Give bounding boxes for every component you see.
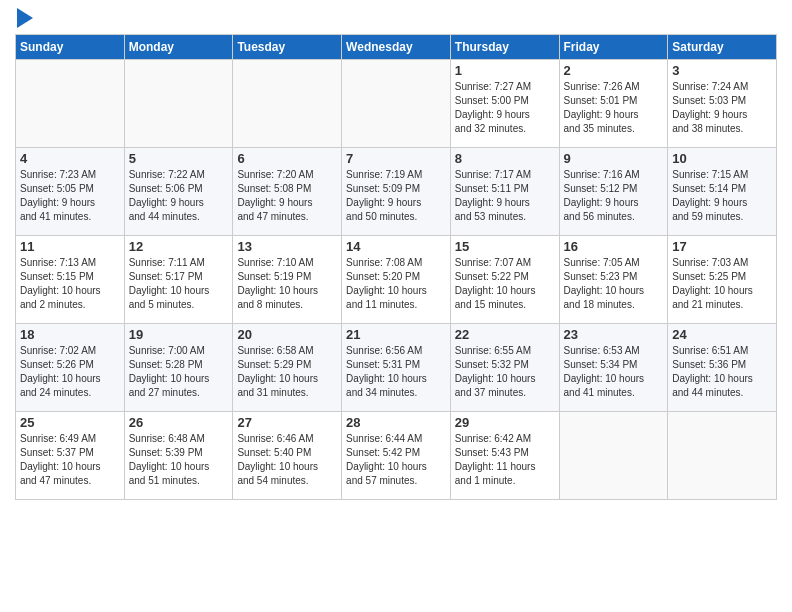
weekday-header-cell: Wednesday: [342, 35, 451, 60]
day-info: Sunrise: 7:02 AM Sunset: 5:26 PM Dayligh…: [20, 344, 120, 400]
day-number: 27: [237, 415, 337, 430]
calendar-day-cell: [124, 60, 233, 148]
page: SundayMondayTuesdayWednesdayThursdayFrid…: [0, 0, 792, 510]
calendar-day-cell: 27Sunrise: 6:46 AM Sunset: 5:40 PM Dayli…: [233, 412, 342, 500]
logo-arrow-icon: [17, 8, 33, 28]
day-number: 24: [672, 327, 772, 342]
day-info: Sunrise: 6:53 AM Sunset: 5:34 PM Dayligh…: [564, 344, 664, 400]
calendar-day-cell: 28Sunrise: 6:44 AM Sunset: 5:42 PM Dayli…: [342, 412, 451, 500]
day-info: Sunrise: 7:10 AM Sunset: 5:19 PM Dayligh…: [237, 256, 337, 312]
calendar-day-cell: 19Sunrise: 7:00 AM Sunset: 5:28 PM Dayli…: [124, 324, 233, 412]
day-info: Sunrise: 6:49 AM Sunset: 5:37 PM Dayligh…: [20, 432, 120, 488]
day-number: 13: [237, 239, 337, 254]
day-number: 20: [237, 327, 337, 342]
day-info: Sunrise: 7:15 AM Sunset: 5:14 PM Dayligh…: [672, 168, 772, 224]
calendar-day-cell: 14Sunrise: 7:08 AM Sunset: 5:20 PM Dayli…: [342, 236, 451, 324]
day-number: 8: [455, 151, 555, 166]
calendar-day-cell: 16Sunrise: 7:05 AM Sunset: 5:23 PM Dayli…: [559, 236, 668, 324]
calendar-day-cell: [233, 60, 342, 148]
calendar-day-cell: 18Sunrise: 7:02 AM Sunset: 5:26 PM Dayli…: [16, 324, 125, 412]
day-number: 1: [455, 63, 555, 78]
day-info: Sunrise: 7:16 AM Sunset: 5:12 PM Dayligh…: [564, 168, 664, 224]
weekday-header-row: SundayMondayTuesdayWednesdayThursdayFrid…: [16, 35, 777, 60]
day-info: Sunrise: 6:56 AM Sunset: 5:31 PM Dayligh…: [346, 344, 446, 400]
calendar-week-row: 11Sunrise: 7:13 AM Sunset: 5:15 PM Dayli…: [16, 236, 777, 324]
calendar-day-cell: 21Sunrise: 6:56 AM Sunset: 5:31 PM Dayli…: [342, 324, 451, 412]
day-number: 19: [129, 327, 229, 342]
day-number: 6: [237, 151, 337, 166]
day-info: Sunrise: 6:44 AM Sunset: 5:42 PM Dayligh…: [346, 432, 446, 488]
header: [15, 10, 777, 28]
day-info: Sunrise: 7:22 AM Sunset: 5:06 PM Dayligh…: [129, 168, 229, 224]
calendar-day-cell: 1Sunrise: 7:27 AM Sunset: 5:00 PM Daylig…: [450, 60, 559, 148]
day-info: Sunrise: 7:24 AM Sunset: 5:03 PM Dayligh…: [672, 80, 772, 136]
day-info: Sunrise: 7:26 AM Sunset: 5:01 PM Dayligh…: [564, 80, 664, 136]
day-info: Sunrise: 7:00 AM Sunset: 5:28 PM Dayligh…: [129, 344, 229, 400]
day-info: Sunrise: 7:20 AM Sunset: 5:08 PM Dayligh…: [237, 168, 337, 224]
calendar-day-cell: 20Sunrise: 6:58 AM Sunset: 5:29 PM Dayli…: [233, 324, 342, 412]
weekday-header-cell: Monday: [124, 35, 233, 60]
day-info: Sunrise: 7:23 AM Sunset: 5:05 PM Dayligh…: [20, 168, 120, 224]
calendar-week-row: 1Sunrise: 7:27 AM Sunset: 5:00 PM Daylig…: [16, 60, 777, 148]
calendar-day-cell: 7Sunrise: 7:19 AM Sunset: 5:09 PM Daylig…: [342, 148, 451, 236]
day-number: 3: [672, 63, 772, 78]
calendar-day-cell: 12Sunrise: 7:11 AM Sunset: 5:17 PM Dayli…: [124, 236, 233, 324]
day-info: Sunrise: 7:03 AM Sunset: 5:25 PM Dayligh…: [672, 256, 772, 312]
calendar: SundayMondayTuesdayWednesdayThursdayFrid…: [15, 34, 777, 500]
day-number: 29: [455, 415, 555, 430]
calendar-day-cell: [16, 60, 125, 148]
day-number: 25: [20, 415, 120, 430]
weekday-header-cell: Thursday: [450, 35, 559, 60]
day-number: 10: [672, 151, 772, 166]
calendar-day-cell: 22Sunrise: 6:55 AM Sunset: 5:32 PM Dayli…: [450, 324, 559, 412]
day-number: 22: [455, 327, 555, 342]
day-number: 5: [129, 151, 229, 166]
day-number: 18: [20, 327, 120, 342]
calendar-day-cell: [559, 412, 668, 500]
day-info: Sunrise: 6:51 AM Sunset: 5:36 PM Dayligh…: [672, 344, 772, 400]
calendar-day-cell: 23Sunrise: 6:53 AM Sunset: 5:34 PM Dayli…: [559, 324, 668, 412]
calendar-day-cell: 3Sunrise: 7:24 AM Sunset: 5:03 PM Daylig…: [668, 60, 777, 148]
day-number: 28: [346, 415, 446, 430]
day-number: 12: [129, 239, 229, 254]
day-info: Sunrise: 6:46 AM Sunset: 5:40 PM Dayligh…: [237, 432, 337, 488]
day-info: Sunrise: 6:55 AM Sunset: 5:32 PM Dayligh…: [455, 344, 555, 400]
day-number: 26: [129, 415, 229, 430]
day-number: 23: [564, 327, 664, 342]
day-info: Sunrise: 7:17 AM Sunset: 5:11 PM Dayligh…: [455, 168, 555, 224]
day-number: 7: [346, 151, 446, 166]
calendar-day-cell: 24Sunrise: 6:51 AM Sunset: 5:36 PM Dayli…: [668, 324, 777, 412]
day-info: Sunrise: 7:19 AM Sunset: 5:09 PM Dayligh…: [346, 168, 446, 224]
calendar-week-row: 25Sunrise: 6:49 AM Sunset: 5:37 PM Dayli…: [16, 412, 777, 500]
day-number: 9: [564, 151, 664, 166]
day-number: 17: [672, 239, 772, 254]
day-info: Sunrise: 7:11 AM Sunset: 5:17 PM Dayligh…: [129, 256, 229, 312]
day-info: Sunrise: 7:27 AM Sunset: 5:00 PM Dayligh…: [455, 80, 555, 136]
logo: [15, 10, 33, 28]
calendar-week-row: 4Sunrise: 7:23 AM Sunset: 5:05 PM Daylig…: [16, 148, 777, 236]
day-info: Sunrise: 6:42 AM Sunset: 5:43 PM Dayligh…: [455, 432, 555, 488]
day-number: 15: [455, 239, 555, 254]
day-info: Sunrise: 7:05 AM Sunset: 5:23 PM Dayligh…: [564, 256, 664, 312]
day-number: 21: [346, 327, 446, 342]
calendar-week-row: 18Sunrise: 7:02 AM Sunset: 5:26 PM Dayli…: [16, 324, 777, 412]
calendar-day-cell: 13Sunrise: 7:10 AM Sunset: 5:19 PM Dayli…: [233, 236, 342, 324]
calendar-day-cell: 25Sunrise: 6:49 AM Sunset: 5:37 PM Dayli…: [16, 412, 125, 500]
day-number: 11: [20, 239, 120, 254]
day-number: 4: [20, 151, 120, 166]
calendar-day-cell: 4Sunrise: 7:23 AM Sunset: 5:05 PM Daylig…: [16, 148, 125, 236]
calendar-day-cell: 5Sunrise: 7:22 AM Sunset: 5:06 PM Daylig…: [124, 148, 233, 236]
calendar-day-cell: 17Sunrise: 7:03 AM Sunset: 5:25 PM Dayli…: [668, 236, 777, 324]
calendar-day-cell: 10Sunrise: 7:15 AM Sunset: 5:14 PM Dayli…: [668, 148, 777, 236]
calendar-day-cell: [342, 60, 451, 148]
calendar-day-cell: 8Sunrise: 7:17 AM Sunset: 5:11 PM Daylig…: [450, 148, 559, 236]
weekday-header-cell: Tuesday: [233, 35, 342, 60]
day-info: Sunrise: 6:48 AM Sunset: 5:39 PM Dayligh…: [129, 432, 229, 488]
weekday-header-cell: Sunday: [16, 35, 125, 60]
calendar-day-cell: 2Sunrise: 7:26 AM Sunset: 5:01 PM Daylig…: [559, 60, 668, 148]
calendar-body: 1Sunrise: 7:27 AM Sunset: 5:00 PM Daylig…: [16, 60, 777, 500]
calendar-day-cell: 15Sunrise: 7:07 AM Sunset: 5:22 PM Dayli…: [450, 236, 559, 324]
day-number: 16: [564, 239, 664, 254]
calendar-day-cell: 11Sunrise: 7:13 AM Sunset: 5:15 PM Dayli…: [16, 236, 125, 324]
weekday-header-cell: Friday: [559, 35, 668, 60]
